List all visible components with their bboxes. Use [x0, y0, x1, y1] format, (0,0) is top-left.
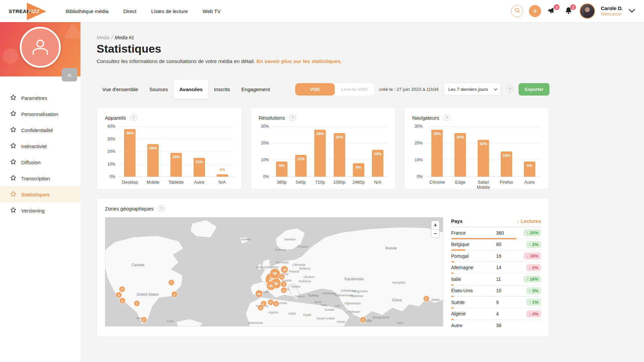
sidebar-item-label: Versioning: [21, 208, 45, 214]
help-icon[interactable]: ?: [289, 114, 296, 121]
export-button[interactable]: Exporter: [519, 83, 549, 96]
sidebar-item-confidentialit-[interactable]: Confidentialité: [0, 122, 80, 138]
map-zoom-out-button[interactable]: −: [431, 229, 439, 238]
sidebar-item-diffusion[interactable]: Diffusion: [0, 154, 80, 170]
map-zoom-in-button[interactable]: +: [431, 221, 439, 229]
col-header-lectures[interactable]: ↓ Lectures: [517, 219, 541, 224]
map-marker[interactable]: 2: [116, 292, 122, 298]
map-marker[interactable]: 4: [279, 274, 285, 280]
bar[interactable]: [124, 129, 136, 177]
tab-vue-d-ensemble[interactable]: Vue d'ensemble: [97, 80, 144, 99]
map-marker[interactable]: 80: [270, 268, 280, 278]
arrow-up-icon: ↑: [529, 242, 531, 247]
person-icon: [30, 37, 51, 58]
map-marker[interactable]: 2: [168, 280, 174, 285]
bar[interactable]: [217, 174, 228, 177]
toggle-vod[interactable]: VOD: [295, 83, 335, 96]
bar-value-label: 28%: [316, 132, 324, 136]
lectures-value: 4: [496, 311, 517, 316]
stats-learn-more-link[interactable]: En savoir plus sur les statistiques.: [256, 58, 342, 64]
bar-chart: 0%10%20%30%28%26%22%15%9%: [412, 126, 541, 177]
search-button[interactable]: [511, 5, 523, 17]
bar-slot: 38%: [118, 126, 142, 177]
map-marker[interactable]: 2: [273, 301, 279, 307]
bar-value-label: 26%: [457, 135, 464, 139]
map-marker[interactable]: 8: [281, 288, 287, 293]
period-help-icon[interactable]: ?: [506, 85, 514, 93]
map-marker[interactable]: 3: [281, 281, 287, 287]
bar[interactable]: [334, 133, 345, 177]
y-axis: 0%10%20%30%: [412, 126, 426, 177]
map-marker[interactable]: 2: [258, 305, 263, 311]
streamfizz-logo[interactable]: STREAM FIZZ: [9, 1, 49, 21]
x-axis-label: N/A: [211, 180, 234, 185]
user-menu-chevron[interactable]: [629, 8, 635, 14]
map-marker[interactable]: 2: [119, 286, 125, 292]
period-select[interactable]: Les 7 derniers jours: [443, 83, 501, 96]
map-marker[interactable]: 2: [423, 296, 429, 301]
map-marker[interactable]: 3: [360, 317, 366, 323]
bars-group: 38%26%19%15%2%: [118, 126, 234, 177]
notifications-badge: 2: [570, 4, 576, 10]
nav-link-web-tv[interactable]: Web TV: [203, 8, 221, 14]
change-badge: ↑20%: [524, 229, 541, 236]
bar-value-label: 9%: [279, 164, 284, 168]
help-icon[interactable]: ?: [158, 205, 165, 212]
sidebar-collapse-button[interactable]: «: [62, 68, 77, 81]
map-marker[interactable]: 2: [120, 298, 125, 304]
geo-zones-card: Zones géographiques ?: [97, 198, 549, 337]
notifications-button[interactable]: 2: [563, 6, 574, 16]
sidebar-item-statistiques[interactable]: Statistiques: [0, 186, 80, 202]
messages-badge: 2: [554, 4, 559, 10]
sidebar-item-versioning[interactable]: Versioning: [0, 202, 80, 219]
table-row-france: France360↑20%: [451, 227, 541, 239]
bar[interactable]: [314, 130, 326, 177]
nav-link-listes-de-lecture[interactable]: Listes de lecture: [151, 8, 188, 14]
sidebar-item-int-ractivit-[interactable]: Intéractivité: [0, 138, 80, 154]
y-tick-label: 30%: [261, 124, 269, 129]
lectures-value: 10: [496, 288, 517, 293]
country-name: Algérie: [451, 311, 496, 316]
user-avatar[interactable]: [580, 3, 595, 19]
y-tick-label: 20%: [261, 141, 269, 145]
world-map[interactable]: + − CanadaUnited StatesMexicoCubaIceland…: [105, 217, 443, 326]
sidebar-item-personnalisation[interactable]: Personnalisation: [0, 106, 80, 122]
bar[interactable]: [431, 130, 443, 177]
table-row-alg-rie: Algérie4↓4%: [451, 308, 541, 320]
help-icon[interactable]: ?: [130, 114, 137, 121]
tab-engagement[interactable]: Engagement: [236, 80, 276, 99]
sidebar-item-transcription[interactable]: Transcription: [0, 170, 80, 186]
table-row-su-de: Suède9↑1%: [451, 297, 541, 308]
tab-avanc-es[interactable]: Avancées: [174, 80, 209, 99]
sidebar-menu: ParamètresPersonnalisationConfidentialit…: [0, 76, 80, 219]
add-media-button[interactable]: +: [529, 5, 541, 17]
tab-inscrits[interactable]: Inscrits: [208, 80, 236, 99]
toggle-live-to-vod[interactable]: Live-to-VOD: [335, 83, 374, 96]
x-axis-label: 540p: [291, 180, 310, 185]
lectures-value: 360: [496, 230, 517, 236]
help-icon[interactable]: ?: [443, 114, 450, 121]
map-marker[interactable]: 10: [281, 266, 288, 273]
tab-sources[interactable]: Sources: [144, 80, 174, 99]
nav-link-biblioth-que-m-dia[interactable]: Bibliothèque média: [66, 8, 109, 14]
map-marker[interactable]: 2: [171, 292, 177, 297]
announcements-button[interactable]: 2: [547, 6, 557, 16]
bar-slot: 26%: [142, 126, 165, 177]
map-marker[interactable]: 40: [267, 282, 275, 290]
change-value: 2%: [532, 242, 538, 247]
collapse-chevrons-icon: «: [67, 71, 71, 79]
breadcrumb-root[interactable]: Media: [97, 35, 109, 40]
map-marker[interactable]: 2: [134, 300, 140, 306]
map-marker[interactable]: 2: [141, 317, 147, 323]
logo-text-stream: STREAM: [9, 8, 31, 14]
change-value: 2%: [532, 265, 538, 270]
sidebar-item-param-tres[interactable]: Paramètres: [0, 90, 80, 106]
map-marker[interactable]: 2: [268, 299, 273, 305]
arrow-up-icon: ↑: [529, 300, 531, 305]
nav-link-direct[interactable]: Direct: [123, 8, 137, 14]
map-marker[interactable]: 16: [255, 290, 262, 297]
arrow-down-icon: ↓: [529, 265, 531, 270]
country-name: Belgique: [451, 242, 496, 247]
star-icon: [10, 175, 16, 182]
bar[interactable]: [454, 133, 466, 177]
